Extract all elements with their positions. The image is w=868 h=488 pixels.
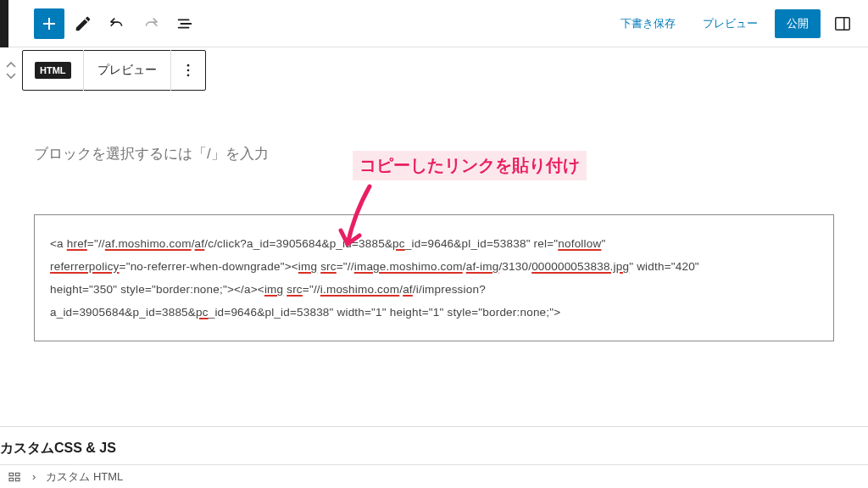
save-draft-button[interactable]: 下書き保存	[610, 9, 686, 38]
block-more-options[interactable]	[171, 50, 205, 91]
document-outline-button[interactable]	[170, 8, 200, 39]
annotation-arrow-icon	[336, 183, 387, 259]
section-title: カスタムCSS & JS	[0, 440, 116, 458]
svg-point-7	[186, 64, 189, 67]
block-breadcrumb: › カスタム HTML	[0, 464, 868, 488]
editor-area: コピーしたリンクを貼り付け ブロックを選択するには「/」を入力 <a href=…	[0, 144, 868, 341]
toolbar-left-group	[34, 8, 200, 39]
add-block-button[interactable]	[34, 8, 64, 39]
annotation-label: コピーしたリンクを貼り付け	[353, 151, 587, 180]
preview-tab[interactable]: プレビュー	[84, 50, 171, 91]
svg-rect-11	[15, 473, 19, 475]
svg-point-8	[186, 69, 189, 72]
list-icon	[175, 14, 194, 33]
redo-icon	[142, 14, 160, 33]
html-badge: HTML	[35, 62, 71, 79]
redo-button[interactable]	[136, 8, 166, 39]
code-line: <a href="//af.moshimo.com/af/c/click?a_i…	[50, 232, 818, 255]
more-vertical-icon	[180, 62, 197, 79]
block-type-tab[interactable]: HTML	[23, 50, 84, 91]
svg-rect-13	[15, 478, 19, 480]
block-toolbar: HTML プレビュー	[22, 50, 206, 91]
chevron-up-icon	[5, 61, 17, 69]
code-line: referrerpolicy="no-referrer-when-downgra…	[50, 255, 818, 278]
undo-icon	[108, 14, 126, 33]
pencil-icon	[74, 14, 92, 33]
svg-rect-5	[836, 17, 850, 30]
top-toolbar: 下書き保存 プレビュー 公開	[0, 0, 868, 47]
breadcrumb-separator: ›	[32, 470, 36, 483]
block-toolbar-row: HTML プレビュー	[0, 47, 868, 93]
admin-sidebar-edge	[0, 0, 8, 47]
svg-rect-10	[9, 473, 14, 475]
publish-button[interactable]: 公開	[775, 9, 821, 38]
breadcrumb-item[interactable]: カスタム HTML	[46, 469, 123, 485]
block-mover[interactable]	[5, 61, 17, 80]
footer-separator	[0, 426, 868, 427]
toolbar-right-group: 下書き保存 プレビュー 公開	[610, 8, 858, 39]
edit-tool-button[interactable]	[68, 8, 98, 39]
settings-sidebar-toggle[interactable]	[827, 8, 858, 39]
html-code-block[interactable]: <a href="//af.moshimo.com/af/c/click?a_i…	[34, 214, 834, 341]
top-preview-button[interactable]: プレビュー	[693, 9, 768, 38]
code-line: height="350" style="border:none;"></a><i…	[50, 278, 818, 301]
breadcrumb-root-icon[interactable]	[7, 469, 22, 485]
plus-icon	[39, 14, 59, 34]
chevron-down-icon	[5, 71, 17, 80]
svg-rect-12	[9, 478, 14, 480]
svg-point-9	[186, 75, 189, 77]
sidebar-icon	[833, 14, 852, 33]
undo-button[interactable]	[102, 8, 132, 39]
code-line: a_id=3905684&p_id=3885&pc_id=9646&pl_id=…	[50, 301, 818, 324]
